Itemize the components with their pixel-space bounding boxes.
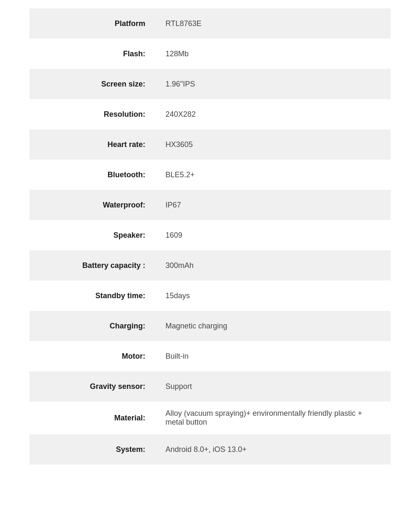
table-row: Gravity sensor:Support bbox=[29, 371, 391, 402]
spec-value: 128Mb bbox=[155, 39, 391, 69]
table-row: Screen size:1.96"IPS bbox=[29, 69, 391, 99]
spec-label: Motor: bbox=[29, 341, 155, 371]
spec-label: System: bbox=[29, 434, 155, 465]
spec-label: Material: bbox=[29, 402, 155, 434]
spec-label: Standby time: bbox=[29, 281, 155, 311]
spec-label: Platform bbox=[29, 8, 155, 39]
spec-value: Built-in bbox=[155, 341, 391, 371]
spec-label: Resolution: bbox=[29, 99, 155, 129]
table-row: PlatformRTL8763E bbox=[29, 8, 391, 39]
table-row: Battery capacity :300mAh bbox=[29, 250, 391, 281]
spec-value: 15days bbox=[155, 281, 391, 311]
spec-label: Gravity sensor: bbox=[29, 371, 155, 402]
table-row: Standby time:15days bbox=[29, 281, 391, 311]
spec-value: IP67 bbox=[155, 190, 391, 220]
spec-value: BLE5.2+ bbox=[155, 160, 391, 190]
spec-label: Bluetooth: bbox=[29, 160, 155, 190]
table-row: Bluetooth:BLE5.2+ bbox=[29, 160, 391, 190]
spec-value: HX3605 bbox=[155, 129, 391, 160]
spec-value: 300mAh bbox=[155, 250, 391, 281]
spec-table: PlatformRTL8763EFlash:128MbScreen size:1… bbox=[29, 8, 391, 465]
spec-label: Flash: bbox=[29, 39, 155, 69]
table-row: Speaker:1609 bbox=[29, 220, 391, 250]
spec-label: Waterproof: bbox=[29, 190, 155, 220]
table-row: Motor:Built-in bbox=[29, 341, 391, 371]
spec-label: Heart rate: bbox=[29, 129, 155, 160]
spec-value: RTL8763E bbox=[155, 8, 391, 39]
spec-value: Android 8.0+, iOS 13.0+ bbox=[155, 434, 391, 465]
spec-label: Battery capacity : bbox=[29, 250, 155, 281]
spec-value: Support bbox=[155, 371, 391, 402]
spec-label: Charging: bbox=[29, 311, 155, 341]
table-row: System:Android 8.0+, iOS 13.0+ bbox=[29, 434, 391, 465]
spec-value: Alloy (vacuum spraying)+ environmentally… bbox=[155, 402, 391, 434]
table-row: Material:Alloy (vacuum spraying)+ enviro… bbox=[29, 402, 391, 434]
table-row: Heart rate:HX3605 bbox=[29, 129, 391, 160]
spec-value: Magnetic charging bbox=[155, 311, 391, 341]
spec-label: Speaker: bbox=[29, 220, 155, 250]
table-row: Charging:Magnetic charging bbox=[29, 311, 391, 341]
spec-label: Screen size: bbox=[29, 69, 155, 99]
table-row: Flash:128Mb bbox=[29, 39, 391, 69]
spec-value: 240X282 bbox=[155, 99, 391, 129]
table-row: Waterproof:IP67 bbox=[29, 190, 391, 220]
spec-value: 1.96"IPS bbox=[155, 69, 391, 99]
spec-value: 1609 bbox=[155, 220, 391, 250]
table-row: Resolution:240X282 bbox=[29, 99, 391, 129]
